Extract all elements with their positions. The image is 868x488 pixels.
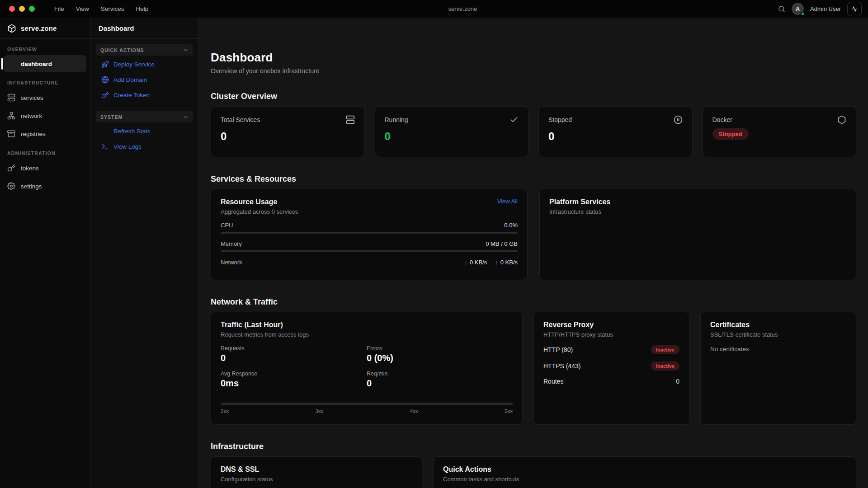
cluster-cards: Total Services 0 Running 0 Sto	[211, 106, 856, 157]
sidebar-item-tokens[interactable]: tokens	[0, 159, 90, 177]
brand-header: serve.zone	[0, 18, 90, 39]
card-title: Quick Actions	[443, 465, 846, 474]
menu-services[interactable]: Services	[95, 3, 130, 14]
archive-icon	[7, 130, 15, 138]
memory-progress-bar	[221, 250, 518, 252]
reverse-proxy-card: Reverse Proxy HTTP/HTTPS proxy status HT…	[533, 312, 689, 425]
stat-label: Avg Response	[221, 371, 367, 377]
stat-value: 0ms	[221, 378, 367, 389]
chevron-down-icon	[183, 47, 189, 53]
memory-value: 0 MB / 0 GB	[486, 240, 518, 247]
action-view-logs[interactable]: View Logs	[96, 139, 193, 154]
main-content: Dashboard Overview of your onebox infras…	[199, 18, 868, 488]
brand-name: serve.zone	[21, 24, 57, 32]
proxy-row-https: HTTPS (443) Inactive	[543, 361, 679, 371]
system-section-header[interactable]: SYSTEM	[96, 111, 193, 122]
key-icon	[101, 91, 109, 99]
network-icon	[7, 112, 15, 120]
status-badge: Inactive	[651, 361, 679, 371]
hexagon-icon	[837, 115, 846, 124]
stat-value: 0	[385, 130, 519, 143]
box-icon	[7, 24, 16, 33]
secondary-panel: Dashboard QUICK ACTIONS Deploy Service	[90, 18, 199, 488]
proxy-label: HTTP (80)	[543, 346, 573, 353]
arrow-down-icon: ↓	[464, 259, 467, 266]
cpu-progress-bar	[221, 232, 518, 234]
search-icon[interactable]	[778, 5, 785, 13]
resource-usage-card: Resource Usage Aggregated across 0 servi…	[211, 189, 528, 280]
gear-icon	[7, 182, 15, 190]
arrow-up-icon: ↑	[495, 259, 498, 266]
proxy-row-routes: Routes 0	[543, 378, 679, 385]
stat-value: 0 (0%)	[367, 353, 513, 363]
close-window-button[interactable]	[9, 6, 15, 12]
action-add-domain[interactable]: Add Domain	[96, 72, 193, 87]
menu-file[interactable]: File	[48, 3, 70, 14]
download-value: 0 KB/s	[470, 259, 487, 266]
network-traffic-heading: Network & Traffic	[211, 297, 856, 307]
quick-actions-label: QUICK ACTIONS	[100, 47, 144, 53]
action-deploy-service[interactable]: Deploy Service	[96, 56, 193, 72]
traffic-stat-errors: Errors 0 (0%)	[367, 345, 513, 363]
card-subtitle: Infrastructure status	[549, 208, 846, 215]
minimize-window-button[interactable]	[19, 6, 25, 12]
network-download: ↓ 0 KB/s	[464, 259, 487, 266]
card-subtitle: Common tasks and shortcuts	[443, 476, 846, 483]
panel-title: Dashboard	[90, 18, 198, 39]
maximize-window-button[interactable]	[29, 6, 35, 12]
cluster-overview-heading: Cluster Overview	[211, 92, 856, 101]
quick-actions-section-header[interactable]: QUICK ACTIONS	[96, 44, 193, 56]
traffic-stat-req-min: Req/min 0	[367, 371, 513, 389]
status-code-bar	[221, 403, 513, 405]
avatar[interactable]: A	[792, 3, 804, 15]
card-subtitle: Aggregated across 0 services	[221, 208, 298, 215]
window-controls	[9, 6, 35, 12]
infrastructure-heading: Infrastructure	[211, 442, 856, 451]
network-label: Network	[221, 259, 242, 266]
stat-value: 0	[221, 130, 355, 143]
sidebar-section-infrastructure: INFRASTRUCTURE	[0, 80, 90, 85]
server-icon	[7, 94, 15, 102]
online-status-dot	[801, 12, 805, 16]
page-subtitle: Overview of your onebox infrastructure	[211, 67, 856, 75]
sidebar-item-label: network	[21, 113, 42, 119]
sidebar-item-label: tokens	[21, 165, 39, 172]
card-title: Resource Usage	[221, 198, 298, 206]
sidebar-item-dashboard[interactable]: dashboard	[4, 55, 86, 72]
stat-value: 0	[221, 353, 367, 363]
sidebar-item-label: dashboard	[21, 61, 52, 67]
activity-button[interactable]	[847, 2, 862, 16]
traffic-stat-requests: Requests 0	[221, 345, 367, 363]
memory-label: Memory	[221, 240, 242, 247]
legend-5xx: 5xx	[505, 408, 513, 414]
stat-label: Req/min	[367, 371, 513, 377]
action-refresh-stats[interactable]: Refresh Stats	[96, 123, 193, 139]
card-subtitle: HTTP/HTTPS proxy status	[543, 331, 679, 338]
sidebar-item-registries[interactable]: registries	[0, 125, 90, 143]
chevron-down-icon	[183, 114, 189, 120]
sidebar-item-settings[interactable]: settings	[0, 177, 90, 195]
action-label: Refresh Stats	[113, 128, 151, 135]
sidebar-item-network[interactable]: network	[0, 107, 90, 125]
routes-count: 0	[676, 378, 679, 385]
menu-view[interactable]: View	[70, 3, 95, 14]
action-create-token[interactable]: Create Token	[96, 87, 193, 103]
traffic-stat-avg-response: Avg Response 0ms	[221, 371, 367, 389]
platform-services-card: Platform Services Infrastructure status	[539, 189, 856, 280]
empty-state-text: No certificates	[710, 346, 846, 352]
view-all-link[interactable]: View All	[497, 198, 518, 205]
key-icon	[7, 164, 15, 172]
menu-help[interactable]: Help	[130, 3, 155, 14]
sidebar-item-services[interactable]: services	[0, 89, 90, 107]
proxy-label: Routes	[543, 378, 563, 385]
action-label: Deploy Service	[113, 61, 155, 68]
sidebar-item-label: registries	[21, 131, 46, 137]
stat-label: Running	[385, 116, 408, 123]
avatar-initial: A	[796, 6, 800, 12]
check-icon	[509, 115, 519, 124]
legend-2xx: 2xx	[221, 408, 229, 414]
active-indicator	[1, 58, 3, 70]
dns-ssl-card: DNS & SSL Configuration status	[211, 456, 422, 488]
action-label: View Logs	[113, 143, 142, 150]
stat-label: Errors	[367, 345, 513, 352]
